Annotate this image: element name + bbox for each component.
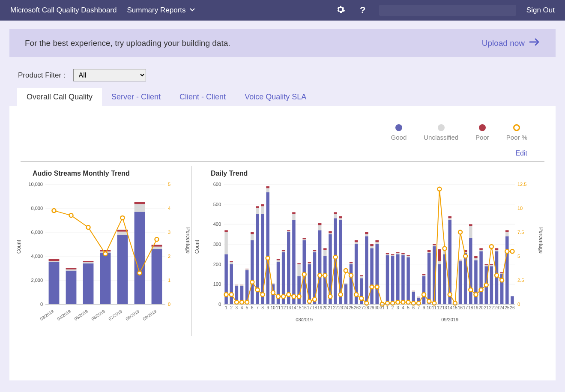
user-identity[interactable] — [379, 5, 516, 16]
svg-rect-144 — [344, 283, 348, 284]
svg-text:5: 5 — [517, 254, 520, 259]
svg-rect-228 — [490, 265, 493, 266]
svg-rect-21 — [66, 271, 77, 304]
upload-now-link[interactable]: Upload now — [482, 38, 540, 48]
svg-rect-123 — [308, 263, 311, 264]
svg-rect-216 — [469, 226, 472, 238]
svg-rect-195 — [433, 245, 436, 246]
svg-text:27: 27 — [359, 305, 364, 310]
svg-rect-186 — [417, 297, 421, 298]
legend-unclassified-icon — [438, 124, 445, 131]
svg-rect-161 — [375, 244, 379, 304]
question-icon: ? — [360, 5, 365, 16]
gear-icon — [336, 5, 345, 16]
banner-text: For the best experience, try uploading y… — [25, 39, 230, 48]
svg-rect-88 — [245, 269, 249, 269]
svg-rect-108 — [282, 251, 285, 252]
svg-rect-76 — [224, 230, 228, 232]
svg-text:21: 21 — [484, 305, 489, 310]
legend-good: Good — [391, 124, 407, 141]
svg-point-266 — [349, 273, 353, 277]
svg-text:10: 10 — [271, 305, 276, 310]
svg-text:7.5: 7.5 — [517, 230, 524, 235]
svg-rect-133 — [323, 248, 327, 250]
svg-text:21: 21 — [328, 305, 333, 310]
svg-point-255 — [292, 295, 296, 299]
svg-rect-82 — [235, 285, 239, 285]
charts-row: Audio Streams Monthly Trend Count Percen… — [21, 162, 544, 336]
svg-point-250 — [266, 256, 270, 260]
svg-text:2: 2 — [168, 254, 170, 259]
tab-client-client[interactable]: Client - Client — [170, 88, 235, 106]
svg-rect-93 — [256, 208, 259, 214]
svg-point-246 — [245, 300, 249, 304]
svg-rect-22 — [66, 269, 77, 271]
svg-rect-112 — [287, 230, 290, 231]
svg-rect-128 — [318, 230, 322, 304]
svg-rect-167 — [386, 255, 389, 304]
svg-text:15: 15 — [453, 305, 458, 310]
svg-rect-129 — [318, 225, 322, 230]
svg-rect-197 — [438, 264, 441, 304]
filter-row: Product Filter : All — [9, 57, 556, 88]
svg-point-260 — [318, 273, 322, 277]
tab-server-client[interactable]: Server - Client — [102, 88, 170, 106]
sign-out-link[interactable]: Sign Out — [526, 6, 555, 15]
svg-text:4: 4 — [168, 206, 170, 211]
upload-now-label: Upload now — [482, 39, 525, 48]
svg-rect-210 — [459, 260, 462, 261]
app-title: Microsoft Call Quality Dashboard — [10, 6, 117, 15]
tab-voice-quality-sla[interactable]: Voice Quality SLA — [235, 88, 316, 106]
svg-text:2: 2 — [230, 305, 233, 310]
svg-rect-115 — [292, 212, 296, 214]
chart-daily-title: Daily Trend — [200, 170, 538, 180]
svg-rect-26 — [83, 261, 94, 262]
svg-point-294 — [495, 273, 499, 277]
svg-text:600: 600 — [213, 182, 221, 187]
svg-text:25: 25 — [349, 305, 354, 310]
svg-text:10,000: 10,000 — [28, 182, 43, 187]
product-filter-select[interactable]: All — [73, 69, 146, 81]
svg-point-279 — [417, 301, 421, 305]
tab-overall-call-quality[interactable]: Overall Call Quality — [17, 88, 102, 106]
svg-text:19: 19 — [317, 305, 323, 310]
svg-rect-117 — [297, 264, 301, 276]
help-button[interactable]: ? — [357, 4, 369, 16]
svg-rect-150 — [355, 242, 358, 244]
svg-text:15: 15 — [297, 305, 302, 310]
svg-rect-204 — [448, 218, 451, 220]
svg-rect-118 — [297, 263, 301, 264]
svg-rect-174 — [396, 253, 400, 254]
svg-text:100: 100 — [213, 281, 221, 287]
svg-rect-19 — [49, 261, 60, 262]
report-selector[interactable]: Summary Reports — [127, 6, 195, 15]
svg-text:09/2019: 09/2019 — [441, 317, 458, 322]
svg-text:03/2019: 03/2019 — [39, 308, 54, 321]
svg-point-284 — [443, 247, 447, 251]
svg-rect-146 — [350, 264, 353, 304]
svg-rect-31 — [117, 232, 128, 235]
svg-rect-190 — [422, 274, 426, 275]
svg-text:7: 7 — [418, 305, 420, 310]
svg-text:0: 0 — [517, 302, 520, 307]
svg-point-274 — [391, 301, 395, 305]
svg-point-286 — [453, 301, 457, 305]
svg-rect-211 — [459, 260, 462, 260]
svg-rect-91 — [251, 232, 254, 234]
svg-rect-77 — [230, 264, 233, 304]
svg-point-45 — [155, 237, 159, 241]
svg-rect-114 — [292, 214, 296, 220]
svg-rect-189 — [422, 275, 426, 276]
edit-link[interactable]: Edit — [21, 144, 544, 162]
svg-text:16: 16 — [458, 305, 463, 310]
svg-text:400: 400 — [213, 221, 221, 227]
svg-point-283 — [437, 187, 441, 191]
svg-rect-199 — [438, 249, 441, 261]
svg-rect-157 — [365, 232, 368, 234]
svg-rect-177 — [401, 254, 405, 255]
svg-rect-98 — [266, 192, 269, 304]
svg-rect-87 — [245, 269, 249, 270]
settings-button[interactable] — [335, 4, 347, 16]
svg-point-42 — [104, 252, 108, 256]
top-bar: Microsoft Call Quality Dashboard Summary… — [0, 0, 565, 21]
